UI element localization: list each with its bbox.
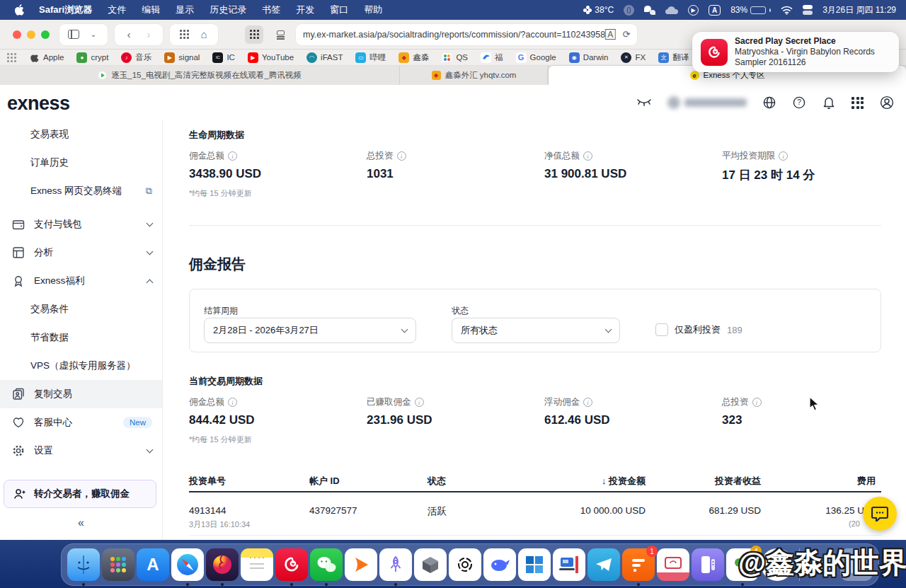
close-window-button[interactable] xyxy=(13,30,21,39)
favorite-fu[interactable]: 福 xyxy=(481,52,503,63)
dock-safari-icon[interactable] xyxy=(171,548,204,581)
info-icon[interactable]: i xyxy=(779,151,788,161)
info-icon[interactable]: i xyxy=(415,398,424,407)
sidebar-chevron-icon[interactable]: ⌄ xyxy=(84,25,103,45)
sidebar-item-support[interactable]: 客服中心 New xyxy=(0,408,162,437)
dock-appstore-icon[interactable]: A xyxy=(137,548,169,581)
favorite-darwin[interactable]: ◉Darwin xyxy=(569,52,609,63)
dock-finder-icon[interactable] xyxy=(67,548,100,581)
menu-safari[interactable]: Safari浏览器 xyxy=(31,0,100,20)
dock-windows-icon[interactable] xyxy=(518,548,551,581)
menu-file[interactable]: 文件 xyxy=(100,0,134,20)
col-status[interactable]: 状态 xyxy=(428,475,446,488)
sidebar-item-trading-conditions[interactable]: 交易条件 xyxy=(0,295,162,323)
info-icon[interactable]: i xyxy=(583,398,592,407)
apps-grid-icon[interactable] xyxy=(851,97,864,109)
info-icon[interactable]: i xyxy=(397,151,406,161)
translate-icon[interactable]: 🄰 xyxy=(605,29,615,40)
assistant-menu-icon[interactable] xyxy=(624,5,634,16)
cloud-menu-icon[interactable] xyxy=(665,6,678,14)
tab-overview-button[interactable] xyxy=(174,25,194,45)
favorite-google[interactable]: GGoogle xyxy=(516,52,556,63)
menu-datetime[interactable]: 3月26日 周四 11:29 xyxy=(822,4,896,16)
sidebar-item-analytics[interactable]: 分析 xyxy=(0,238,162,267)
wifi-menu-icon[interactable] xyxy=(781,6,793,15)
favorite-xinmiao[interactable]: ◆鑫淼 xyxy=(398,52,429,63)
col-account-id[interactable]: 帐户 ID xyxy=(309,475,340,488)
info-icon[interactable]: i xyxy=(228,151,237,161)
dock-notes-icon[interactable] xyxy=(241,548,273,581)
menu-window[interactable]: 窗口 xyxy=(322,0,356,20)
favorite-qs[interactable]: QS xyxy=(442,52,468,63)
zoom-window-button[interactable] xyxy=(41,30,50,39)
checkbox[interactable] xyxy=(655,323,668,336)
col-fee[interactable]: 费用 xyxy=(857,475,876,488)
favorite-fx[interactable]: ✕FX xyxy=(621,52,646,63)
dock-phone-mirror-icon[interactable] xyxy=(692,548,724,581)
refer-traders-button[interactable]: 转介交易者，赚取佣金 xyxy=(4,480,156,508)
dock-video-player-icon[interactable] xyxy=(345,548,377,581)
home-button[interactable]: ⌂ xyxy=(194,25,214,45)
reader-view-button[interactable] xyxy=(270,25,290,45)
dock-telegram-icon[interactable] xyxy=(587,548,620,581)
status-select[interactable]: 所有状态 xyxy=(452,318,620,343)
battery-menu-item[interactable]: 83% xyxy=(730,5,771,15)
tab-tencent-video[interactable]: 逐玉_15_电视剧_高清完整版视频在线观看_腾讯视频 xyxy=(0,66,400,85)
info-icon[interactable]: i xyxy=(752,398,762,407)
tab-xinmiao-forex[interactable]: ◆ 鑫淼外汇 yhqtv.com xyxy=(400,66,549,85)
favorite-bilibili[interactable]: ▭哔哩 xyxy=(355,52,386,63)
language-globe-icon[interactable] xyxy=(762,96,776,110)
col-investor-profit[interactable]: 投资者收益 xyxy=(715,475,761,488)
period-select[interactable]: 2月28日 - 2026年3月27日 xyxy=(204,318,416,343)
menu-history[interactable]: 历史记录 xyxy=(202,0,254,20)
favorite-crypt[interactable]: ●crypt xyxy=(76,52,108,63)
back-button[interactable]: ‹ xyxy=(119,25,139,45)
dock-netease-music-icon[interactable] xyxy=(275,548,308,581)
control-center-icon[interactable] xyxy=(803,5,813,15)
col-amount-sorted[interactable]: ↓ 投资金额 xyxy=(602,475,646,488)
favorite-translate[interactable]: 文翻译 xyxy=(658,52,689,63)
info-icon[interactable]: i xyxy=(228,398,237,407)
info-icon[interactable]: i xyxy=(583,151,592,161)
dock-remote-desktop-icon[interactable] xyxy=(553,548,585,581)
account-profile-icon[interactable] xyxy=(879,95,895,110)
menu-develop[interactable]: 开发 xyxy=(288,0,322,20)
favorite-signal[interactable]: ▶signal xyxy=(164,52,200,63)
profitable-only-checkbox-row[interactable]: 仅盈利投资 189 xyxy=(655,323,742,336)
hide-balance-eye-icon[interactable] xyxy=(636,98,652,107)
apple-menu-icon[interactable] xyxy=(14,4,24,16)
exness-logo[interactable]: exness xyxy=(7,93,70,115)
dock-rocket-icon[interactable] xyxy=(379,548,412,581)
minimize-window-button[interactable] xyxy=(27,30,35,39)
extension-button[interactable] xyxy=(245,25,263,44)
account-info-blurred[interactable] xyxy=(667,96,747,109)
menu-view[interactable]: 显示 xyxy=(168,0,202,20)
sidebar-item-settings[interactable]: 设置 xyxy=(0,437,162,465)
forward-button[interactable]: › xyxy=(139,25,159,45)
dock-wechat-icon[interactable] xyxy=(310,548,343,581)
play-menu-icon[interactable]: ▶ xyxy=(688,5,699,16)
sidebar-item-exness-benefits[interactable]: Exness福利 xyxy=(0,267,162,295)
sidebar-toggle-button[interactable] xyxy=(64,25,84,45)
favorite-youtube[interactable]: ▶YouTube xyxy=(248,52,294,63)
sidebar-item-trading-performance[interactable]: 交易表现 xyxy=(0,120,162,149)
sidebar-item-web-terminal[interactable]: Exness 网页交易终端⧉ xyxy=(0,177,162,205)
favorite-ic[interactable]: ICIC xyxy=(212,52,235,63)
sidebar-item-payments-wallet[interactable]: 支付与钱包 xyxy=(0,210,162,238)
dock-archive-box-icon[interactable] xyxy=(414,548,447,581)
chat-widget-button[interactable] xyxy=(863,497,897,531)
dock-deepseek-icon[interactable] xyxy=(483,548,516,581)
notifications-bell-icon[interactable] xyxy=(822,96,836,110)
menu-bookmarks[interactable]: 书签 xyxy=(254,0,288,20)
help-icon[interactable]: ? xyxy=(792,96,806,110)
favorite-music[interactable]: ♪音乐 xyxy=(121,52,151,63)
dock-ai-remote-icon[interactable]: AI xyxy=(657,548,689,581)
collapse-sidebar-button[interactable]: « xyxy=(0,517,162,529)
weather-menu-item[interactable]: 38°C xyxy=(583,5,614,15)
sidebar-item-data-savings[interactable]: 节省数据 xyxy=(0,323,162,352)
sidebar-item-order-history[interactable]: 订单历史 xyxy=(0,149,162,177)
menu-edit[interactable]: 编辑 xyxy=(134,0,168,20)
col-order-id[interactable]: 投资单号 xyxy=(189,475,226,488)
address-bar[interactable]: my.ex-market.asia/pa/socialtrading/repor… xyxy=(296,24,637,45)
sidebar-item-copy-trading[interactable]: 复制交易 xyxy=(0,380,162,408)
